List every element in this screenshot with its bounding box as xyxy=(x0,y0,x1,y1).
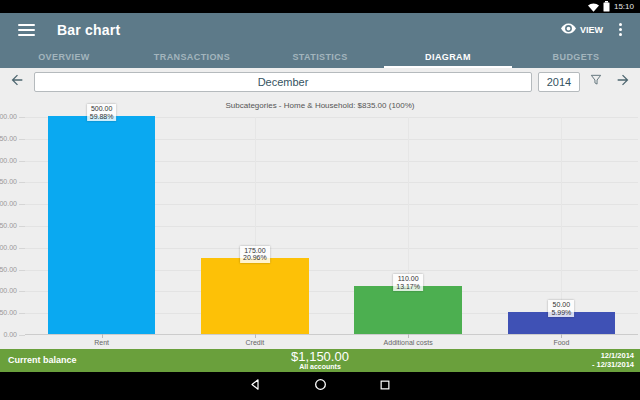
y-tick-label: 500.00 xyxy=(0,113,17,120)
plot-area: 500.0059.88%175.0020.96%110.0013.17%50.0… xyxy=(25,117,638,335)
date-navigation: December 2014 xyxy=(0,68,640,96)
year-selector-value: 2014 xyxy=(547,76,571,88)
y-tick-label: 400.00 xyxy=(0,157,17,164)
previous-period-button[interactable] xyxy=(6,71,28,93)
tab-bar: OVERVIEW TRANSACTIONS STATISTICS DIAGRAM… xyxy=(0,46,640,68)
bar-slot: 110.0013.17% xyxy=(332,117,485,334)
y-tick-mark xyxy=(19,335,25,336)
x-axis-label: Additional costs xyxy=(332,339,485,346)
year-selector[interactable]: 2014 xyxy=(538,72,580,92)
tab-overview-label: OVERVIEW xyxy=(38,52,90,62)
bar-additional-costs[interactable] xyxy=(354,286,461,334)
overflow-menu-icon[interactable] xyxy=(613,19,628,40)
tab-transactions[interactable]: TRANSACTIONS xyxy=(128,46,256,68)
tab-transactions-label: TRANSACTIONS xyxy=(154,52,230,62)
balance-accounts: All accounts xyxy=(299,363,341,371)
tab-statistics[interactable]: STATISTICS xyxy=(256,46,384,68)
android-nav-bar xyxy=(0,372,640,400)
x-axis-label: Credit xyxy=(178,339,331,346)
tab-budgets-label: BUDGETS xyxy=(553,52,600,62)
y-tick-label: 150.00 xyxy=(0,266,17,273)
x-tick-mark xyxy=(408,334,409,338)
bar-credit[interactable] xyxy=(201,258,308,334)
recents-button[interactable] xyxy=(378,379,392,393)
filter-button[interactable] xyxy=(586,71,606,93)
balance-period-end: - 12/31/2014 xyxy=(592,361,634,370)
chart-plot-wrapper: 500.00450.00400.00350.00300.00250.00200.… xyxy=(0,117,640,335)
status-clock: 15:10 xyxy=(614,2,634,11)
status-bar: 15:10 xyxy=(0,0,640,13)
tab-diagram-label: DIAGRAM xyxy=(425,52,471,62)
y-tick-label: 50.00 xyxy=(0,309,17,316)
tab-statistics-label: STATISTICS xyxy=(292,52,347,62)
bar-slot: 50.005.99% xyxy=(485,117,638,334)
x-tick-mark xyxy=(255,334,256,338)
bar-rent[interactable] xyxy=(48,116,155,334)
balance-bar[interactable]: Current balance $1,150.00 All accounts 1… xyxy=(0,349,640,372)
y-tick-label: 300.00 xyxy=(0,200,17,207)
y-axis: 500.00450.00400.00350.00300.00250.00200.… xyxy=(0,117,25,335)
home-icon xyxy=(314,377,327,395)
view-button[interactable]: VIEW xyxy=(555,19,609,40)
month-selector[interactable]: December xyxy=(34,72,532,92)
home-button[interactable] xyxy=(313,379,327,393)
tab-overview[interactable]: OVERVIEW xyxy=(0,46,128,68)
balance-center: $1,150.00 All accounts xyxy=(0,349,640,372)
balance-period: 12/1/2014 - 12/31/2014 xyxy=(592,352,634,369)
y-tick-label: 200.00 xyxy=(0,244,17,251)
recents-icon xyxy=(379,377,391,395)
bar-value-label: 110.0013.17% xyxy=(393,274,423,291)
y-tick-label: 100.00 xyxy=(0,287,17,294)
tab-budgets[interactable]: BUDGETS xyxy=(512,46,640,68)
back-icon xyxy=(249,377,261,395)
tab-diagram[interactable]: DIAGRAM xyxy=(384,46,512,68)
x-axis-label: Food xyxy=(485,339,638,346)
back-button[interactable] xyxy=(248,379,262,393)
filter-funnel-icon xyxy=(589,73,603,91)
x-axis-labels: RentCreditAdditional costsFood xyxy=(25,335,638,346)
x-tick-mark xyxy=(102,334,103,338)
menu-icon[interactable] xyxy=(18,24,35,36)
bar-value-label: 175.0020.96% xyxy=(240,246,270,263)
bar-chart: Subcategories - Home & Household: $835.0… xyxy=(0,96,640,349)
month-selector-value: December xyxy=(258,76,309,88)
y-tick-label: 450.00 xyxy=(0,135,17,142)
bar-value-label: 50.005.99% xyxy=(548,300,574,317)
arrow-left-icon xyxy=(9,72,25,92)
balance-amount: $1,150.00 xyxy=(291,350,349,363)
arrow-right-icon xyxy=(615,72,631,92)
bar-value-label: 500.0059.88% xyxy=(87,104,117,121)
next-period-button[interactable] xyxy=(612,71,634,93)
y-tick-label: 350.00 xyxy=(0,178,17,185)
active-tab-underline xyxy=(384,66,512,68)
app-bar: Bar chart VIEW xyxy=(0,13,640,46)
y-tick-label: 250.00 xyxy=(0,222,17,229)
page-title: Bar chart xyxy=(57,22,120,38)
app-screen: 15:10 Bar chart VIEW OVERVIEW TRANSACTIO… xyxy=(0,0,640,400)
x-tick-mark xyxy=(561,334,562,338)
y-tick-label: 0.00 xyxy=(3,331,17,338)
x-axis-label: Rent xyxy=(25,339,178,346)
bar-slot: 500.0059.88% xyxy=(25,117,178,334)
eye-icon xyxy=(561,23,576,36)
bar-slot: 175.0020.96% xyxy=(178,117,331,334)
view-button-label: VIEW xyxy=(580,25,603,35)
